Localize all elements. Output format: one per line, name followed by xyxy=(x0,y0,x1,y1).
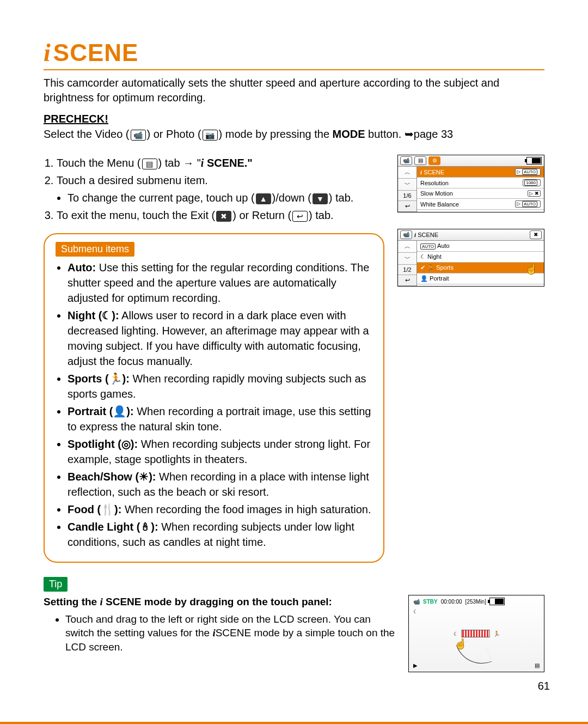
step-1: Touch the Menu (▤) tab → "i SCENE." xyxy=(57,155,384,171)
up-icon: ▲ xyxy=(256,193,271,204)
page-number: 61 xyxy=(538,680,550,692)
down-button[interactable]: ﹀ xyxy=(398,179,416,191)
option-night[interactable]: ☾ Night xyxy=(417,252,544,263)
down-button[interactable]: ﹀ xyxy=(398,253,416,265)
settings-tab[interactable]: ⚙ xyxy=(428,156,440,165)
step-2: Touch a desired submenu item. To change … xyxy=(57,172,384,206)
lcd-screen-menu: 📹 ▤ ⚙ ︿ ﹀ 1/6 ↩ i SCENE▷ AUTO Reso xyxy=(397,155,544,212)
up-button[interactable]: ︿ xyxy=(398,167,416,179)
video-icon: 📹 xyxy=(400,156,412,165)
menu-button[interactable]: ▤ xyxy=(535,662,540,668)
intro-text: This camcorder automatically sets the sh… xyxy=(44,76,544,105)
submenu-box: Submenu items Auto: Use this setting for… xyxy=(44,233,384,563)
exit-icon: ✖ xyxy=(216,211,231,222)
i-icon: i xyxy=(44,38,51,67)
submenu-heading: Submenu items xyxy=(56,242,134,257)
page-title: iSCENE xyxy=(44,38,544,70)
precheck-heading: PRECHECK! xyxy=(44,113,544,125)
video-icon: 📹 xyxy=(413,599,420,605)
return-button[interactable]: ↩ xyxy=(398,275,416,286)
menu-row-iscene[interactable]: i SCENE▷ AUTO xyxy=(417,167,544,178)
touch-hand-icon: ☝ xyxy=(525,263,537,275)
remain-time: [253Min] xyxy=(465,599,486,605)
option-auto[interactable]: AUTOAuto xyxy=(417,241,544,252)
page-indicator: 1/2 xyxy=(398,265,416,275)
lcd-screen-live: 📹 STBY 00:00:00 [253Min] ☾ ☾ 🏃 ☝ xyxy=(408,595,544,672)
close-button[interactable]: ✖ xyxy=(530,230,542,239)
video-icon: 📹 xyxy=(400,230,412,239)
step-3: To exit the menu, touch the Exit (✖) or … xyxy=(57,207,384,223)
steps-list: Touch the Menu (▤) tab → "i SCENE." Touc… xyxy=(44,155,384,223)
title-text: SCENE xyxy=(53,39,139,66)
menu-row-resolution[interactable]: Resolution1080 xyxy=(417,178,544,188)
night-icon: ☾ xyxy=(454,631,458,637)
photo-icon: 📷 xyxy=(203,130,218,141)
tip-label: Tip xyxy=(44,577,68,592)
touch-hand-icon: ☝ xyxy=(455,638,467,650)
play-button[interactable]: ▶ xyxy=(413,662,418,668)
step-2-sub: To change the current page, touch up (▲)… xyxy=(68,190,384,206)
option-portrait[interactable]: 👤 Portrait xyxy=(417,273,544,284)
precheck-text: Select the Video (📹) or Photo (📷) mode b… xyxy=(44,127,544,141)
tip-body: Touch and drag to the left or right side… xyxy=(65,612,399,654)
sports-icon: 🏃 xyxy=(493,631,500,637)
stby-indicator: STBY xyxy=(423,599,438,605)
video-icon: 📹 xyxy=(131,130,146,141)
night-icon: ☾ xyxy=(413,609,418,615)
menu-icon: ▤ xyxy=(142,159,157,169)
return-icon: ↩ xyxy=(292,211,308,222)
page-indicator: 1/6 xyxy=(398,191,416,201)
battery-icon xyxy=(526,157,542,165)
menu-row-slowmotion[interactable]: Slow Motion▷ ✖ xyxy=(417,188,544,199)
battery-icon xyxy=(489,598,505,605)
menu-row-whitebalance[interactable]: White Balance▷ AUTO xyxy=(417,199,544,210)
menu-tab[interactable]: ▤ xyxy=(414,156,426,165)
return-button[interactable]: ↩ xyxy=(398,201,416,212)
lcd-screen-iscene: 📹 i SCENE ✖ ︿ ﹀ 1/2 ↩ AUTOAuto ☾ Night xyxy=(397,229,544,287)
down-icon: ▼ xyxy=(313,193,328,204)
progress-bar xyxy=(462,630,490,637)
time-counter: 00:00:00 xyxy=(441,599,462,605)
tip-heading: Setting the i SCENE mode by dragging on … xyxy=(44,595,399,609)
up-button[interactable]: ︿ xyxy=(398,241,416,253)
